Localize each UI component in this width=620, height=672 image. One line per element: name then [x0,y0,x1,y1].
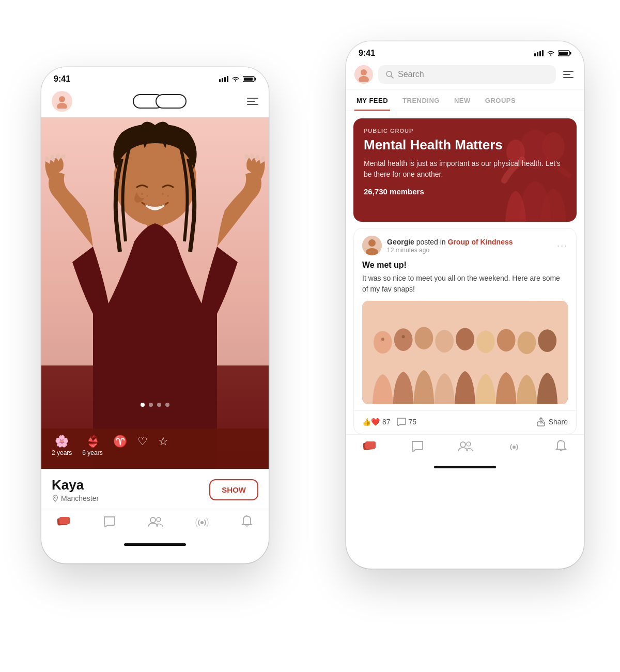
dot-2 [149,403,153,407]
scene: 9:41 [26,26,594,646]
svg-point-48 [517,331,536,354]
left-time: 9:41 [54,74,70,84]
post-author-info: Georgie posted in Group of Kindness 12 m… [362,236,513,255]
svg-rect-5 [244,78,253,81]
svg-point-49 [538,329,556,352]
nav-groups[interactable] [148,516,163,527]
wifi-icon [231,76,240,82]
search-placeholder: Search [398,70,424,79]
filter-icon[interactable] [247,98,258,105]
home-indicator [124,543,186,546]
svg-point-21 [150,517,156,523]
search-bar-row: Search [346,62,584,89]
right-filter-btn[interactable] [561,69,576,80]
stat-label-6years: 6 years [82,449,102,456]
svg-point-38 [368,239,376,247]
right-nav-bell[interactable] [555,440,567,452]
post-text: It was so nice to meet you all on the we… [362,273,568,295]
signal-icon [219,76,228,82]
svg-point-50 [381,338,384,341]
reaction-likes[interactable]: 👍❤️ 87 [362,418,391,426]
author-name: Georgie [387,238,414,246]
post-body: We met up! It was so nice to meet you al… [354,261,576,410]
right-status-bar: 9:41 [346,41,584,62]
svg-rect-6 [255,78,256,81]
right-nav-chat[interactable] [411,440,424,452]
svg-point-55 [467,442,471,446]
right-cards-icon [363,440,377,452]
avatar-icon [55,94,69,109]
share-button[interactable]: Share [536,417,568,426]
right-avatar[interactable] [354,65,373,84]
tab-my-feed[interactable]: MY FEED [354,91,390,111]
comment-count: 75 [409,418,417,426]
left-top-bar [41,88,269,117]
profile-card: 🌸 2 years 👙 6 years ♈ ♡ ☆ [41,117,269,469]
nav-cards[interactable] [57,516,71,527]
right-nav-groups[interactable] [458,440,473,452]
post-card: Georgie posted in Group of Kindness 12 m… [353,228,577,434]
group-card-content: PUBLIC GROUP Mental Health Matters Menta… [353,118,577,206]
reaction-emoji: 👍❤️ [362,418,380,426]
post-group: Group of Kindness [448,238,513,246]
nav-bell[interactable] [241,515,253,528]
group-description: Mental health is just as important as ou… [364,158,566,180]
tab-trending[interactable]: TRENDING [400,91,442,111]
svg-point-22 [157,517,161,522]
nav-signal[interactable] [195,516,209,527]
svg-point-7 [59,96,65,102]
stat-star: ☆ [158,435,168,456]
nav-chat[interactable] [103,516,116,527]
svg-point-41 [374,331,392,354]
post-image[interactable] [362,301,568,404]
svg-point-56 [513,446,516,449]
share-label: Share [549,418,568,426]
svg-point-54 [460,442,466,447]
svg-point-13 [141,193,143,195]
post-time: 12 minutes ago [387,247,513,254]
right-nav-cards[interactable] [363,440,377,452]
georgie-avatar [362,236,382,255]
stat-heart: ♡ [137,435,148,456]
right-battery-icon [558,50,571,56]
bell-icon [241,515,253,528]
group-title: Mental Health Matters [364,137,566,153]
stat-label-2years: 2 years [52,449,72,456]
svg-point-23 [200,521,204,524]
cards-icon [57,516,71,527]
tabs-row: MY FEED TRENDING NEW GROUPS [346,89,584,111]
right-nav-signal[interactable] [507,440,521,452]
svg-point-8 [57,103,67,109]
post-reactions: 👍❤️ 87 75 [362,418,416,426]
profile-info-bar: 🌸 2 years 👙 6 years ♈ ♡ ☆ [41,429,269,469]
comment-icon [397,418,406,426]
svg-point-32 [359,76,369,82]
stat-icon-underwear: 👙 [86,435,100,448]
post-header: Georgie posted in Group of Kindness 12 m… [354,228,576,261]
show-button[interactable]: SHOW [209,479,258,500]
right-wifi-icon [547,50,555,56]
person-illustration [41,117,269,469]
dot-1 [141,403,145,407]
app-logo [136,94,183,109]
groups-icon [148,516,163,527]
share-icon [536,417,546,426]
tab-new[interactable]: NEW [452,91,473,111]
profile-name: Kaya [52,477,99,493]
search-input-wrap[interactable]: Search [378,65,556,84]
svg-rect-25 [537,52,538,56]
svg-point-31 [361,69,367,75]
posted-in-label: posted in [416,238,446,246]
battery-icon [243,76,256,82]
tab-groups[interactable]: GROUPS [483,91,518,111]
right-avatar-icon [357,67,371,82]
post-menu[interactable]: ··· [557,240,568,251]
stat-icon-flower: 🌸 [55,435,69,448]
stat-years-2: 👙 6 years [82,435,102,456]
signal-radio-icon [195,516,209,527]
post-footer: 👍❤️ 87 75 [354,410,576,434]
group-card[interactable]: PUBLIC GROUP Mental Health Matters Menta… [353,118,577,222]
right-bottom-nav [346,434,584,463]
reaction-comments[interactable]: 75 [397,418,417,426]
left-avatar[interactable] [52,91,72,112]
